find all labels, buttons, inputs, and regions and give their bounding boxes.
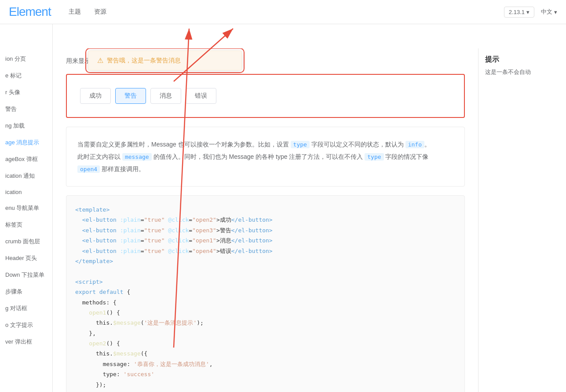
sidebar-item-notification[interactable]: ication 通知 [0, 168, 52, 184]
right-panel: 提示 这是一条不会自动 [478, 48, 566, 392]
sidebar: ion 分页 e 标记 r 头像 警告 ng 加载 age 消息提示 ageBo… [0, 24, 53, 392]
code-line-btn1: <el-button :plain="true" @click="open2">… [75, 215, 456, 225]
sidebar-item-messagebox[interactable]: ageBox 弹框 [0, 151, 52, 168]
code-line-open1: open1() { [75, 308, 456, 318]
language-selector[interactable]: 中文 ▾ [541, 8, 557, 16]
desc-text-6: 字段的情况下像 [384, 153, 429, 160]
sidebar-item-tabs[interactable]: 标签页 [0, 216, 52, 233]
toast-message: ⚠ 警告哦，这是一条警告消息 [88, 51, 242, 70]
code-line-open2-body: this.$message({ [75, 348, 456, 359]
sidebar-item-message[interactable]: age 消息提示 [0, 134, 52, 151]
code-line-btn2: <el-button :plain="true" @click="open3">… [75, 225, 456, 235]
nav-item-resource[interactable]: 资源 [94, 6, 106, 18]
code-line-template-end: </template> [75, 256, 456, 266]
type-code-1: type [291, 141, 310, 148]
right-panel-desc: 这是一条不会自动 [485, 68, 559, 77]
sidebar-item-breadcrumb[interactable]: crumb 面包层 [0, 233, 52, 250]
warning-button[interactable]: 警告 [115, 88, 146, 104]
header: Element 主题 资源 2.13.1 ▾ 中文 ▾ [0, 0, 566, 24]
sidebar-item-loading[interactable]: ng 加载 [0, 117, 52, 134]
desc-text-2: 字段可以定义不同的状态，默认为 [310, 141, 405, 148]
code-line-open1-body: this.$message('这是一条消息提示'); [75, 318, 456, 328]
code-line-open2-type: type: 'success' [75, 369, 456, 379]
toast-text: 警告哦，这是一条警告消息 [107, 57, 181, 65]
desc-text-5: 的值传入。同时，我们也为 Message 的各种 type 注册了方法，可以在不… [152, 153, 365, 160]
demo-buttons-container: 成功 警告 消息 错误 [80, 88, 451, 104]
desc-text-7: 那样直接调用。 [100, 165, 145, 172]
desc-text-4: 此时正文内容以 [77, 153, 122, 160]
demo-section: 成功 警告 消息 错误 [66, 74, 465, 118]
sidebar-item-header[interactable]: Header 页头 [0, 250, 52, 267]
code-line-open2-msg: message: '恭喜你，这是一条成功消息', [75, 359, 456, 369]
code-section: <template> <el-button :plain="true" @cli… [66, 195, 465, 392]
message-code: message [122, 153, 152, 161]
right-panel-title: 提示 [485, 55, 559, 64]
main-content: ⚠ 警告哦，这是一条警告消息 用来显示「成功、警告、消息、错误」类的操作反馈 成… [53, 48, 478, 392]
warning-icon: ⚠ [97, 56, 103, 65]
sidebar-item-pagination[interactable]: ion 分页 [0, 51, 52, 67]
logo[interactable]: Element [9, 5, 51, 19]
sidebar-item-tooltip[interactable]: o 文字提示 [0, 317, 52, 333]
code-line-script: <script> [75, 277, 456, 287]
header-nav: 主题 资源 [69, 6, 504, 18]
version-selector[interactable]: 2.13.1 ▾ [504, 7, 534, 18]
code-line-methods: methods: { [75, 297, 456, 308]
sidebar-item-dialog[interactable]: g 对话框 [0, 300, 52, 317]
sidebar-item-ication[interactable]: ication [0, 184, 52, 200]
header-right: 2.13.1 ▾ 中文 ▾ [504, 7, 557, 18]
desc-text-1: 当需要自定义更多属性时，Message 也可以接收一个对象为参数。比如，设置 [77, 141, 291, 148]
open4-code: open4 [77, 165, 100, 173]
code-line-btn4: <el-button :plain="true" @click="open4">… [75, 246, 456, 256]
sidebar-item-popover[interactable]: ver 弹出框 [0, 333, 52, 350]
message-button[interactable]: 消息 [150, 88, 181, 104]
page-content: 用来显示「成功、警告、消息、错误」类的操作反馈 成功 警告 消息 错误 当需要自… [53, 48, 478, 392]
info-code: info [405, 141, 424, 148]
sidebar-item-avatar[interactable]: r 头像 [0, 84, 52, 101]
code-line-open2: open2() { [75, 338, 456, 348]
code-line-close2: }, [75, 390, 456, 392]
code-line-export: export default { [75, 287, 456, 297]
chevron-down-icon: ▾ [554, 9, 557, 15]
code-line-template-start: <template> [75, 205, 456, 215]
code-line-close1: }, [75, 328, 456, 338]
error-button[interactable]: 错误 [186, 88, 216, 104]
chevron-down-icon: ▾ [526, 9, 529, 15]
type-code-2: type [365, 153, 383, 161]
sidebar-item-alert[interactable]: 警告 [0, 101, 52, 117]
desc-text-3: 。 [424, 141, 431, 148]
success-button[interactable]: 成功 [80, 88, 111, 104]
description-section: 当需要自定义更多属性时，Message 也可以接收一个对象为参数。比如，设置 t… [66, 127, 465, 187]
sidebar-item-badge[interactable]: e 标记 [0, 67, 52, 84]
sidebar-item-menu[interactable]: enu 导航菜单 [0, 200, 52, 216]
sidebar-item-steps[interactable]: 步骤条 [0, 283, 52, 300]
code-line-open2-close: }); [75, 380, 456, 390]
code-line-btn3: <el-button :plain="true" @click="open1">… [75, 235, 456, 245]
nav-item-theme[interactable]: 主题 [69, 6, 81, 18]
sidebar-item-dropdown[interactable]: Down 下拉菜单 [0, 267, 52, 283]
